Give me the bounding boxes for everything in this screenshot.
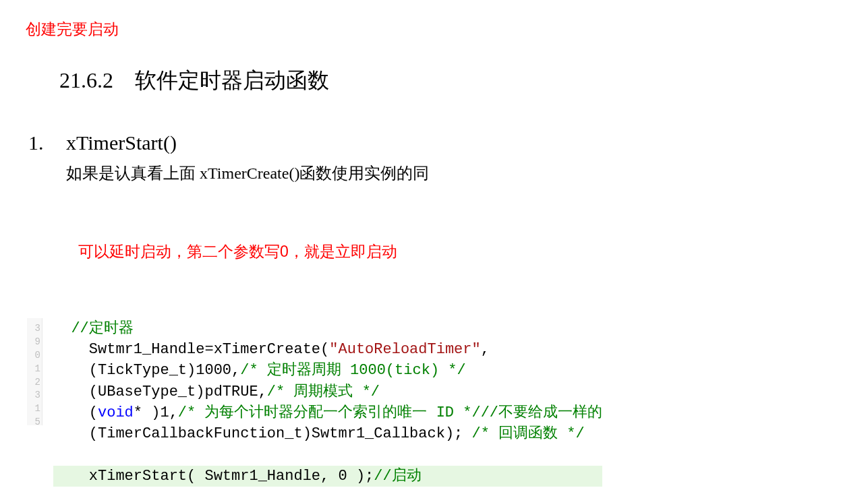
code-line-5: (void* )1,/* 为每个计时器分配一个索引的唯一 ID *///不要给成… bbox=[53, 402, 602, 423]
section-number: 21.6.2 bbox=[59, 68, 113, 92]
gutter-line: 3 bbox=[27, 318, 40, 332]
code-comment: /* 周期模式 */ bbox=[267, 384, 380, 400]
code-comment: /* 回调函数 */ bbox=[472, 425, 585, 442]
code-text: //定时器 Swtmr1_Handle=xTimerCreate("AutoRe… bbox=[42, 318, 602, 487]
code-line-1: //定时器 bbox=[53, 318, 602, 339]
section-title: 软件定时器启动函数 bbox=[135, 68, 329, 92]
code-comment: /* 为每个计时器分配一个索引的唯一 ID */ bbox=[178, 404, 481, 421]
gutter-line: 0 bbox=[27, 345, 40, 359]
code-token: , bbox=[481, 341, 490, 358]
code-keyword: void bbox=[98, 404, 134, 421]
gutter-line: 2 bbox=[27, 372, 40, 386]
annotation-create-then-start: 创建完要启动 bbox=[26, 19, 119, 40]
code-token: ( bbox=[89, 404, 98, 421]
code-token: xTimerStart( Swtmr1_Handle, 0 ); bbox=[89, 468, 374, 485]
code-comment: //启动 bbox=[374, 468, 421, 485]
list-number: 1. bbox=[28, 131, 63, 154]
gutter-line: 3 bbox=[27, 385, 40, 398]
code-line-6: (TimerCallbackFunction_t)Swtmr1_Callback… bbox=[53, 423, 602, 444]
code-token: (TimerCallbackFunction_t)Swtmr1_Callback… bbox=[89, 425, 472, 442]
code-token: * )1, bbox=[134, 404, 178, 421]
gutter-line: 5 bbox=[27, 412, 40, 425]
code-comment: //不要给成一样的 bbox=[481, 404, 602, 421]
code-string: "AutoReloadTimer" bbox=[329, 341, 480, 358]
code-line-4: (UBaseType_t)pdTRUE,/* 周期模式 */ bbox=[53, 381, 602, 402]
list-item-desc: 如果是认真看上面 xTimerCreate()函数使用实例的同 bbox=[66, 162, 429, 184]
code-token: Swtmr1_Handle=xTimerCreate( bbox=[89, 341, 329, 358]
code-line-2: Swtmr1_Handle=xTimerCreate("AutoReloadTi… bbox=[53, 339, 602, 360]
list-item-1: 1. xTimerStart() 如果是认真看上面 xTimerCreate()… bbox=[28, 131, 429, 184]
code-gutter: 3 9 0 1 2 3 1 5 bbox=[27, 318, 42, 425]
code-token: (UBaseType_t)pdTRUE, bbox=[89, 384, 267, 400]
code-line-gap bbox=[53, 444, 602, 465]
list-item-title: xTimerStart() bbox=[66, 131, 429, 154]
code-token: (TickType_t)1000, bbox=[89, 362, 240, 379]
section-heading: 21.6.2 软件定时器启动函数 bbox=[59, 66, 329, 96]
code-line-3: (TickType_t)1000,/* 定时器周期 1000(tick) */ bbox=[53, 360, 602, 381]
code-block: 3 9 0 1 2 3 1 5 //定时器 Swtmr1_Handle=xTim… bbox=[27, 318, 602, 487]
code-comment: //定时器 bbox=[71, 320, 133, 337]
code-comment: /* 定时器周期 1000(tick) */ bbox=[240, 362, 465, 379]
annotation-delay-start: 可以延时启动，第二个参数写0，就是立即启动 bbox=[78, 241, 397, 262]
gutter-line: 1 bbox=[27, 359, 40, 372]
gutter-line: 1 bbox=[27, 398, 40, 412]
gutter-line: 9 bbox=[27, 332, 40, 345]
code-line-8-highlighted: xTimerStart( Swtmr1_Handle, 0 );//启动 bbox=[53, 466, 602, 487]
